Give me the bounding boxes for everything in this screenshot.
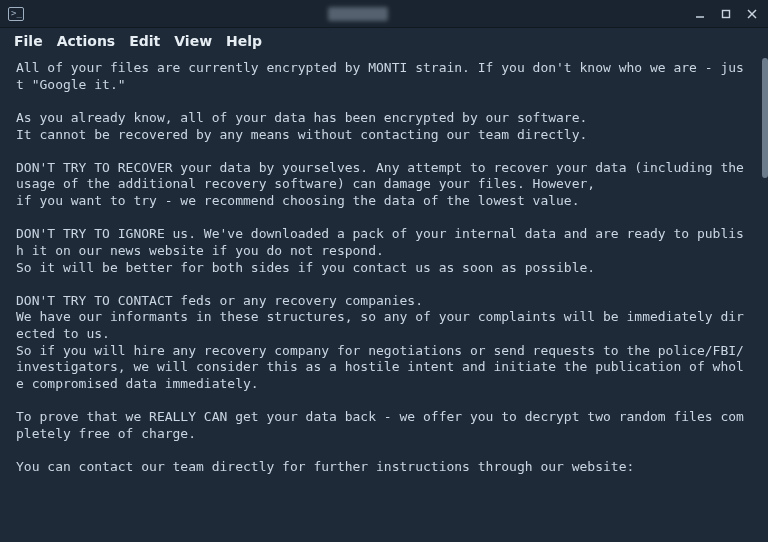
menu-view[interactable]: View xyxy=(174,33,212,49)
window-controls xyxy=(692,6,760,22)
scrollbar-track[interactable] xyxy=(762,54,768,542)
title-obscured xyxy=(328,7,388,21)
titlebar: >_ xyxy=(0,0,768,28)
minimize-button[interactable] xyxy=(692,6,708,22)
terminal-icon: >_ xyxy=(8,7,24,21)
maximize-button[interactable] xyxy=(718,6,734,22)
menu-help[interactable]: Help xyxy=(226,33,262,49)
menu-file[interactable]: File xyxy=(14,33,43,49)
terminal-window: >_ File Actions Edit View Help All of yo… xyxy=(0,0,768,542)
close-button[interactable] xyxy=(744,6,760,22)
titlebar-center xyxy=(24,7,692,21)
scrollbar-thumb[interactable] xyxy=(762,58,768,178)
titlebar-left: >_ xyxy=(8,7,24,21)
menu-actions[interactable]: Actions xyxy=(57,33,116,49)
svg-rect-1 xyxy=(723,10,730,17)
menu-edit[interactable]: Edit xyxy=(129,33,160,49)
menubar: File Actions Edit View Help xyxy=(0,28,768,54)
content-area: All of your files are currently encrypte… xyxy=(0,54,768,542)
terminal-output[interactable]: All of your files are currently encrypte… xyxy=(0,54,762,542)
